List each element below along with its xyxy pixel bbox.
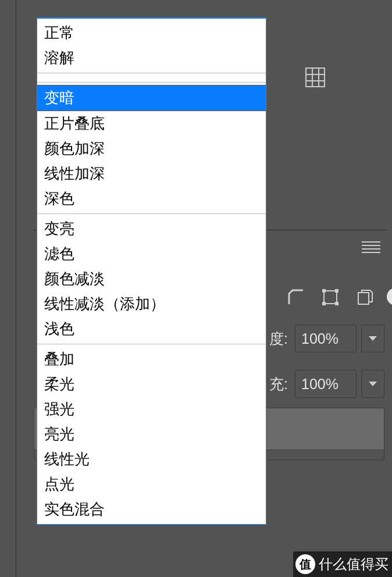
- opacity-field[interactable]: 100%: [295, 325, 357, 352]
- fill-field[interactable]: 100%: [295, 370, 357, 398]
- chevron-down-icon: [369, 336, 377, 341]
- dropdown-group: 正常溶解: [37, 18, 266, 73]
- blend-mode-option[interactable]: 变暗: [37, 85, 266, 111]
- app-workspace: 添加调整: [0, 0, 392, 577]
- svg-rect-7: [335, 289, 338, 293]
- corner-icon[interactable]: [287, 288, 310, 311]
- blend-mode-option[interactable]: 线性光: [37, 447, 266, 472]
- dropdown-group: 变亮滤色颜色减淡线性减淡（添加）浅色: [37, 214, 266, 344]
- blend-mode-option[interactable]: 正片叠底: [37, 111, 266, 136]
- blend-mode-option[interactable]: 浅色: [37, 316, 266, 341]
- blend-mode-option[interactable]: 线性加深: [37, 161, 266, 186]
- blend-mode-option[interactable]: 深色: [37, 186, 266, 211]
- blend-mode-option[interactable]: 叠加: [37, 347, 266, 372]
- blend-mode-option[interactable]: 颜色减淡: [37, 266, 266, 291]
- watermark: 值 什么值得买: [293, 551, 392, 577]
- watermark-badge: 值: [295, 554, 315, 574]
- fill-stepper[interactable]: [361, 370, 384, 398]
- blend-mode-option[interactable]: 正常: [37, 20, 266, 45]
- grid-icon[interactable]: [305, 67, 326, 88]
- blend-mode-option[interactable]: 溶解: [37, 45, 266, 70]
- svg-rect-10: [358, 293, 369, 304]
- copy-icon[interactable]: [356, 288, 379, 311]
- dropdown-group: 叠加柔光强光亮光线性光点光实色混合: [37, 344, 266, 524]
- fill-value: 100%: [301, 376, 338, 393]
- blend-mode-dropdown[interactable]: 正常溶解变暗正片叠底颜色加深线性加深深色变亮滤色颜色减淡线性减淡（添加）浅色叠加…: [37, 17, 266, 525]
- gutter-left: [0, 0, 16, 577]
- svg-rect-5: [324, 291, 337, 304]
- svg-rect-0: [306, 68, 325, 87]
- blend-mode-option[interactable]: 柔光: [37, 372, 266, 397]
- dropdown-gap: [37, 73, 266, 83]
- watermark-text: 什么值得买: [319, 555, 389, 574]
- svg-rect-6: [322, 289, 326, 293]
- blend-mode-option[interactable]: 亮光: [37, 422, 266, 447]
- dropdown-group: 变暗正片叠底颜色加深线性加深深色: [37, 83, 266, 214]
- opacity-stepper[interactable]: [361, 325, 384, 352]
- blend-mode-option[interactable]: 线性减淡（添加）: [37, 291, 266, 316]
- opacity-value: 100%: [301, 330, 338, 347]
- svg-rect-9: [335, 302, 338, 305]
- blend-mode-option[interactable]: 变亮: [37, 216, 266, 241]
- chevron-down-icon: [369, 382, 377, 386]
- mask-icon[interactable]: [387, 288, 392, 311]
- blend-mode-option[interactable]: 实色混合: [37, 497, 266, 522]
- blend-mode-option[interactable]: 颜色加深: [37, 136, 266, 161]
- svg-rect-8: [322, 302, 326, 305]
- blend-mode-option[interactable]: 强光: [37, 397, 266, 422]
- menu-icon[interactable]: [361, 239, 382, 257]
- bounding-box-icon[interactable]: [321, 288, 344, 311]
- fill-label: 充:: [269, 375, 288, 394]
- blend-mode-option[interactable]: 滤色: [37, 241, 266, 266]
- opacity-label: 度:: [269, 329, 288, 348]
- blend-mode-option[interactable]: 点光: [37, 472, 266, 497]
